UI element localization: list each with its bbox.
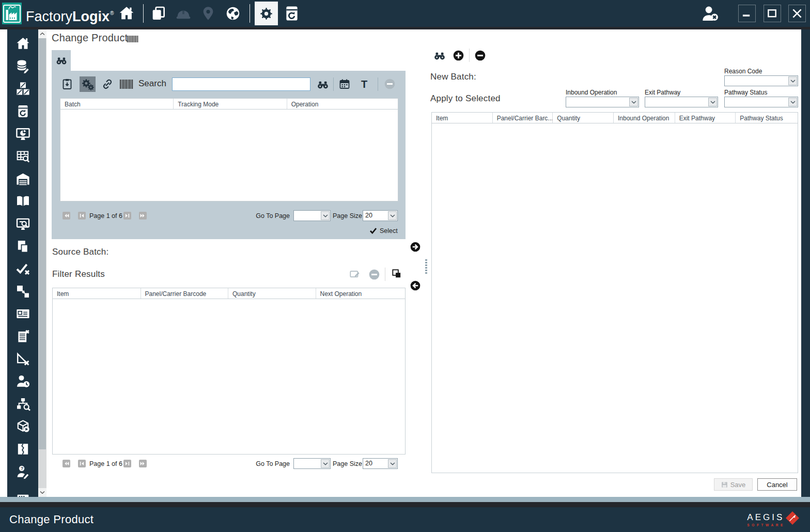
sidebar-item-open-book[interactable] (7, 190, 38, 213)
remove-icon-disabled (369, 269, 380, 280)
sidebar-item-warehouse[interactable] (7, 168, 38, 191)
sidebar-item-history-document[interactable] (7, 100, 38, 123)
frame-divider (0, 27, 810, 29)
page-size-select[interactable]: 20 (363, 210, 398, 221)
close-button[interactable] (788, 5, 806, 22)
sidebar-item-documents[interactable] (7, 235, 38, 258)
page-size-select[interactable]: 20 (363, 458, 398, 469)
scrollbar-thumb[interactable] (39, 38, 46, 449)
chevron-down-icon[interactable] (388, 211, 397, 220)
barcode-icon[interactable] (127, 36, 138, 42)
chevron-down-icon[interactable] (321, 211, 330, 220)
sidebar-item-transfer-item[interactable] (7, 280, 38, 303)
sidebar-item-window-partial[interactable] (7, 483, 38, 497)
calendar-icon[interactable] (338, 78, 351, 90)
scroll-down-button[interactable] (38, 488, 46, 497)
sidebar-scrollbar[interactable] (38, 29, 46, 497)
chevron-down-icon[interactable] (321, 459, 330, 468)
history-icon[interactable] (283, 5, 301, 22)
reason-code-select[interactable] (724, 75, 798, 86)
box-forward-icon (15, 419, 30, 434)
maximize-button[interactable] (764, 5, 781, 22)
goto-page-label: Go To Page (256, 212, 290, 220)
column-header[interactable]: Quantity (553, 113, 614, 123)
sidebar-item-person-question[interactable]: ? (7, 460, 38, 483)
inbound-operation-select[interactable] (566, 97, 639, 107)
add-icon[interactable] (453, 50, 464, 61)
tab-search[interactable] (52, 50, 71, 71)
column-header[interactable]: Quantity (228, 288, 316, 299)
column-header[interactable]: Inbound Operation (614, 113, 675, 123)
chevron-down-icon[interactable] (788, 98, 797, 106)
column-header[interactable]: Item (53, 288, 141, 299)
first-page-button[interactable] (63, 460, 70, 467)
goto-page-select[interactable] (293, 210, 331, 221)
search-input[interactable] (172, 77, 310, 91)
previous-page-button[interactable] (78, 460, 86, 467)
logout-user-icon[interactable] (700, 4, 720, 23)
sidebar-item-box-forward[interactable] (7, 415, 38, 438)
column-header[interactable]: Panel/Carrier Barc... (493, 113, 553, 123)
sidebar-item-verify-check[interactable] (7, 258, 38, 280)
sidebar-item-table-search[interactable] (7, 145, 38, 168)
last-page-button[interactable] (139, 212, 147, 220)
find-binoculars-icon[interactable] (433, 50, 446, 61)
location-pin-icon[interactable] (200, 5, 216, 22)
sidebar-item-torn-document[interactable] (7, 438, 38, 461)
chevron-down-icon[interactable] (708, 98, 717, 106)
column-header[interactable]: Item (432, 113, 493, 123)
last-page-button[interactable] (139, 460, 147, 467)
barcode-scan-icon[interactable] (120, 80, 133, 89)
sidebar-item-hierarchy-search[interactable] (7, 393, 38, 416)
first-page-button[interactable] (63, 212, 70, 220)
globe-icon[interactable] (225, 5, 241, 22)
text-filter-icon[interactable]: T (359, 77, 369, 91)
move-left-button[interactable] (410, 280, 420, 291)
column-header[interactable]: Batch (60, 99, 174, 109)
save-button[interactable]: Save (714, 478, 753, 491)
sidebar-item-home[interactable] (7, 33, 38, 55)
link-icon[interactable] (101, 78, 114, 90)
settings-gear-icon[interactable] (255, 2, 278, 25)
next-page-button[interactable] (123, 212, 131, 220)
sidebar-item-dashboard-monitor[interactable] (7, 122, 38, 145)
clipboard-export-icon[interactable] (61, 78, 73, 90)
chevron-down-icon[interactable] (788, 76, 797, 85)
move-right-button[interactable] (410, 242, 420, 252)
chevron-down-icon[interactable] (629, 98, 638, 106)
sidebar-item-checklist-remove[interactable] (7, 325, 38, 348)
chevron-down-icon[interactable] (388, 459, 397, 468)
column-header[interactable]: Tracking Mode (174, 99, 287, 109)
documents-icon[interactable] (150, 5, 167, 22)
select-all-copy-icon[interactable] (391, 268, 402, 280)
sidebar-item-person-time[interactable] (7, 370, 38, 393)
scroll-up-button[interactable] (38, 29, 46, 38)
column-header[interactable]: Pathway Status (736, 113, 798, 123)
column-header[interactable]: Operation (287, 99, 398, 109)
remove-icon[interactable] (475, 50, 486, 61)
column-header[interactable]: Exit Pathway (675, 113, 736, 123)
batch-table-body (60, 109, 398, 201)
home-icon[interactable] (118, 5, 135, 22)
column-header[interactable]: Panel/Carrier Barcode (141, 288, 229, 299)
sidebar-item-measure-remove[interactable] (7, 348, 38, 370)
previous-page-button[interactable] (78, 212, 86, 220)
minimize-button[interactable] (738, 5, 756, 22)
gears-options-icon[interactable] (80, 76, 96, 92)
cancel-button[interactable]: Cancel (757, 478, 797, 491)
column-header[interactable]: Next Operation (316, 288, 405, 299)
next-page-button[interactable] (123, 460, 131, 467)
pathway-status-select[interactable] (724, 97, 798, 107)
sidebar-item-id-card[interactable] (7, 303, 38, 325)
production-hardhat-icon[interactable] (175, 5, 192, 22)
sidebar-item-pallets[interactable] (7, 77, 38, 100)
search-label: Search (138, 79, 166, 89)
splitter-handle[interactable] (425, 259, 427, 274)
goto-page-select[interactable] (293, 458, 331, 469)
page-title: Change Product (52, 32, 128, 44)
search-binoculars-icon[interactable] (317, 79, 329, 90)
sidebar-item-database-edit[interactable] (7, 55, 38, 78)
sidebar-item-monitor-search[interactable] (7, 213, 38, 236)
exit-pathway-select[interactable] (645, 97, 718, 107)
select-button[interactable]: Select (370, 227, 398, 234)
